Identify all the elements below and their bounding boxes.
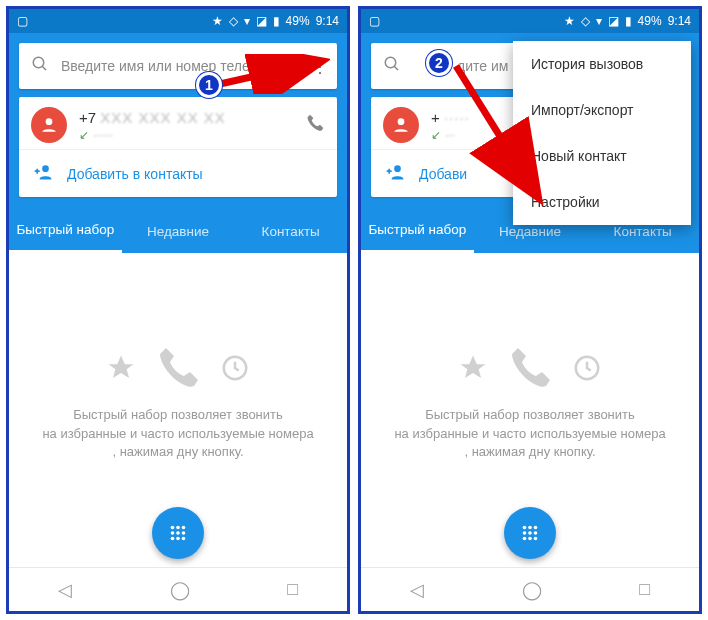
avatar-icon — [31, 107, 67, 143]
home-button[interactable]: ◯ — [170, 579, 190, 601]
cloud-icon: ◇ — [581, 14, 590, 28]
star-icon: ★ — [564, 14, 575, 28]
number-prefix: + — [431, 109, 440, 126]
battery-text: 49% — [638, 14, 662, 28]
dialpad-fab[interactable] — [152, 507, 204, 559]
tab-contacts[interactable]: Контакты — [234, 211, 347, 252]
svg-line-15 — [394, 66, 398, 70]
svg-point-20 — [528, 526, 532, 530]
cloud-icon: ◇ — [229, 14, 238, 28]
annotation-badge-2: 2 — [426, 50, 452, 76]
call-icon[interactable] — [305, 113, 325, 138]
number-prefix: +7 — [79, 109, 96, 126]
empty-state: Быстрый набор позволяет звонить на избра… — [9, 253, 347, 553]
svg-point-24 — [534, 531, 538, 535]
svg-line-28 — [220, 62, 318, 84]
add-person-icon — [385, 162, 405, 185]
wifi-icon: ▾ — [244, 14, 250, 28]
empty-text: Быстрый набор позволяет звонить на избра… — [364, 406, 695, 463]
svg-line-1 — [42, 66, 46, 70]
svg-line-29 — [456, 66, 536, 194]
home-button[interactable]: ◯ — [522, 579, 542, 601]
annotation-badge-1: 1 — [196, 72, 222, 98]
search-icon — [19, 55, 61, 78]
wifi-icon: ▾ — [596, 14, 602, 28]
svg-point-3 — [42, 165, 49, 172]
annotation-arrow-2 — [440, 50, 560, 210]
tab-speed-dial[interactable]: Быстрый набор — [361, 209, 474, 253]
picture-icon: ▢ — [17, 14, 28, 28]
battery-icon: ▮ — [273, 14, 280, 28]
add-person-icon — [33, 162, 53, 185]
svg-point-7 — [182, 526, 186, 530]
svg-point-25 — [523, 537, 527, 541]
search-icon — [371, 55, 413, 78]
recent-card-wrap: +7 XXX XXX XX XX ↙······ Добавить в конт… — [9, 97, 347, 209]
nav-bar: ◁ ◯ □ — [9, 567, 347, 611]
clock-text: 9:14 — [668, 14, 691, 28]
svg-point-12 — [176, 537, 180, 541]
picture-icon: ▢ — [369, 14, 380, 28]
svg-point-2 — [46, 118, 53, 125]
number-blurred: XXX XXX XX XX — [100, 109, 226, 126]
svg-point-27 — [534, 537, 538, 541]
back-button[interactable]: ◁ — [58, 579, 72, 601]
tab-recent[interactable]: Недавние — [122, 211, 235, 252]
svg-point-17 — [394, 165, 401, 172]
svg-point-6 — [176, 526, 180, 530]
star-icon: ★ — [212, 14, 223, 28]
tab-speed-dial[interactable]: Быстрый набор — [9, 209, 122, 253]
svg-point-26 — [528, 537, 532, 541]
call-log-text: +7 XXX XXX XX XX ↙······ — [67, 109, 305, 142]
svg-point-8 — [171, 531, 175, 535]
sim-icon: ◪ — [608, 14, 619, 28]
add-to-contacts-button[interactable]: Добавить в контакты — [19, 149, 337, 197]
status-bar: ▢ ★ ◇ ▾ ◪ ▮ 49% 9:14 — [361, 9, 699, 33]
battery-icon: ▮ — [625, 14, 632, 28]
add-label: Добавить в контакты — [67, 166, 203, 182]
svg-point-21 — [534, 526, 538, 530]
call-log-row[interactable]: +7 XXX XXX XX XX ↙······ — [19, 97, 337, 149]
recents-button[interactable]: □ — [287, 579, 298, 600]
empty-illustration — [458, 344, 602, 392]
sub-blurred: ······ — [93, 128, 113, 142]
phone-screen-1: ▢ ★ ◇ ▾ ◪ ▮ 49% 9:14 Введите имя или ном… — [6, 6, 350, 614]
tabs: Быстрый набор Недавние Контакты — [9, 209, 347, 253]
dialpad-fab[interactable] — [504, 507, 556, 559]
recent-card: +7 XXX XXX XX XX ↙······ Добавить в конт… — [19, 97, 337, 197]
svg-point-13 — [182, 537, 186, 541]
svg-point-0 — [33, 57, 44, 68]
svg-point-16 — [398, 118, 405, 125]
svg-point-9 — [176, 531, 180, 535]
empty-state: Быстрый набор позволяет звонить на избра… — [361, 253, 699, 553]
svg-point-5 — [171, 526, 175, 530]
svg-point-23 — [528, 531, 532, 535]
incoming-icon: ↙ — [79, 128, 89, 142]
svg-point-10 — [182, 531, 186, 535]
svg-point-19 — [523, 526, 527, 530]
clock-text: 9:14 — [316, 14, 339, 28]
recents-button[interactable]: □ — [639, 579, 650, 600]
empty-illustration — [106, 344, 250, 392]
nav-bar: ◁ ◯ □ — [361, 567, 699, 611]
empty-text: Быстрый набор позволяет звонить на избра… — [12, 406, 343, 463]
battery-text: 49% — [286, 14, 310, 28]
status-bar: ▢ ★ ◇ ▾ ◪ ▮ 49% 9:14 — [9, 9, 347, 33]
sim-icon: ◪ — [256, 14, 267, 28]
back-button[interactable]: ◁ — [410, 579, 424, 601]
avatar-icon — [383, 107, 419, 143]
svg-point-22 — [523, 531, 527, 535]
svg-point-11 — [171, 537, 175, 541]
svg-point-14 — [385, 57, 396, 68]
